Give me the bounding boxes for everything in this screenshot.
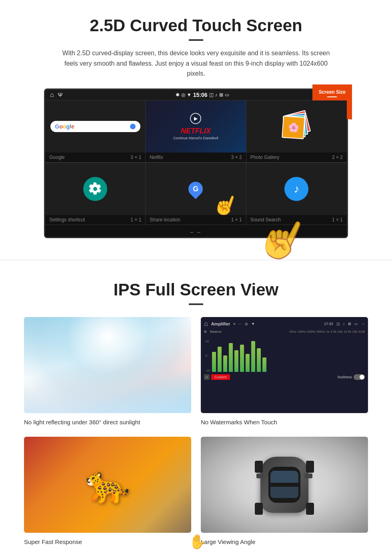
status-bar: ⌂ Ψ ✱ ◎ ▼ 15:06 ◫ ♪ ⊠ ▭ [45, 90, 347, 100]
car-top-view [248, 445, 320, 525]
section-divider-line [0, 260, 392, 260]
app-grid-row2: Settings shortcut 1 × 1 G ☝ [45, 163, 347, 225]
google-name: Google [49, 155, 65, 160]
photo-stack: 🌸 [282, 112, 310, 141]
google-size: 3 × 1 [130, 155, 141, 160]
ips-title-divider [189, 303, 203, 305]
device-screen: ⌂ Ψ ✱ ◎ ▼ 15:06 ◫ ♪ ⊠ ▭ [44, 88, 348, 238]
google-app-label: Google 3 × 1 [45, 153, 145, 162]
feature-grid: No light reflecting under 360° direct su… [24, 317, 368, 547]
amp-header: ⌂ Amplifier ≡ ··· ◎ ▼ 17:33 ◫ ♪ ⊠ ▭ → [204, 320, 365, 327]
netflix-size: 3 × 2 [231, 155, 242, 160]
feature-fast-response: 🐆 Super Fast Response [24, 437, 191, 547]
close-icon: ⊠ [219, 92, 223, 98]
sound-search-preview: ♪ [246, 163, 347, 215]
home-icon[interactable]: ⌂ [50, 91, 54, 98]
title-divider [189, 39, 203, 41]
cheetah-image: 🐆 [24, 437, 191, 533]
time-display: 15:06 [193, 92, 208, 98]
settings-icon [83, 177, 107, 201]
status-bar-left: ⌂ Ψ [50, 91, 62, 98]
sky-image [24, 317, 191, 413]
settings-size: 1 × 1 [130, 217, 141, 223]
share-location-name: Share location [150, 217, 180, 223]
cheetah-emoji: 🐆 [85, 464, 130, 506]
sound-search-cell[interactable]: ♪ Sound Search 1 × 1 [246, 163, 347, 225]
no-reflection-label: No light reflecting under 360° direct su… [24, 417, 191, 427]
feature-no-reflection: No light reflecting under 360° direct su… [24, 317, 191, 427]
settings-app-label: Settings shortcut 1 × 1 [45, 215, 145, 225]
photo-gallery-name: Photo Gallery [250, 155, 280, 160]
share-location-label: Share location 1 × 1 [146, 215, 246, 225]
location-icon: ◎ [181, 92, 185, 98]
no-watermarks-label: No Watermarks When Touch [201, 417, 368, 427]
share-location-size: 1 × 1 [231, 217, 242, 223]
google-search-widget[interactable]: Google [50, 121, 140, 132]
photo-gallery-cell[interactable]: 🌸 Photo Gallery 2 × 2 [246, 100, 347, 163]
hand-pointer: ☝ [210, 191, 240, 215]
photo-card-4: 🌸 [282, 116, 305, 139]
device-mockup: Screen Size 9" ⌂ Ψ ✱ ◎ ▼ 15:06 ◫ ♪ ⊠ [44, 88, 348, 238]
netflix-name: Netflix [150, 155, 163, 160]
bluetooth-icon: ✱ [176, 92, 180, 98]
microphone-icon[interactable] [130, 124, 136, 129]
share-location-preview: G ☝ [146, 163, 246, 215]
settings-app-cell[interactable]: Settings shortcut 1 × 1 [45, 163, 146, 225]
music-note-icon: ♪ [284, 177, 308, 201]
sound-search-size: 1 × 1 [332, 217, 343, 223]
google-preview: Google [45, 100, 145, 153]
camera-icon: ◫ [209, 92, 214, 98]
google-app-cell[interactable]: Google Google 3 × 1 [45, 100, 146, 163]
play-button[interactable]: ▶ [190, 113, 201, 124]
maps-icon: G [188, 182, 203, 196]
photo-gallery-size: 2 × 2 [332, 155, 343, 160]
badge-divider [327, 96, 337, 97]
photo-gallery-label: Photo Gallery 2 × 2 [246, 153, 347, 162]
feature-viewing-angle: Large Viewing Angle [201, 437, 368, 547]
car-image [201, 437, 368, 533]
ips-title: IPS Full Screen View [24, 280, 368, 299]
settings-preview [45, 163, 145, 215]
curved-screen-section: 2.5D Curved Touch Screen With 2.5D curve… [0, 0, 392, 252]
badge-label: Screen Size [319, 89, 346, 95]
share-location-cell[interactable]: G ☝ Share location 1 × 1 [146, 163, 246, 225]
google-logo: Google [55, 123, 74, 130]
signal-icon: ▼ [187, 92, 192, 98]
app-grid-row1: Google Google 3 × 1 ▶ [45, 100, 347, 163]
volume-icon: ♪ [215, 92, 218, 98]
netflix-app-label: Netflix 3 × 2 [146, 153, 246, 162]
netflix-subtitle: Continue Marvel's Daredevil [173, 136, 218, 140]
viewing-angle-label: Large Viewing Angle [201, 537, 368, 547]
photo-gallery-preview: 🌸 [246, 100, 347, 153]
amplifier-image: ⌂ Amplifier ≡ ··· ◎ ▼ 17:33 ◫ ♪ ⊠ ▭ → ⊞ … [201, 317, 368, 413]
fast-response-label: Super Fast Response [24, 537, 191, 547]
netflix-app-cell[interactable]: ▶ NETFLIX Continue Marvel's Daredevil Ne… [146, 100, 246, 163]
section-description: With 2.5D curved-display screen, this de… [60, 48, 332, 79]
netflix-preview: ▶ NETFLIX Continue Marvel's Daredevil [146, 100, 246, 153]
netflix-logo: NETFLIX [181, 127, 211, 134]
window-icon: ▭ [225, 92, 229, 98]
settings-name: Settings shortcut [49, 217, 85, 223]
status-bar-center: ✱ ◎ ▼ 15:06 ◫ ♪ ⊠ ▭ [62, 92, 342, 98]
gear-svg [88, 182, 102, 196]
usb-icon: Ψ [58, 92, 63, 98]
page-title: 2.5D Curved Touch Screen [24, 16, 368, 35]
feature-no-watermarks: ⌂ Amplifier ≡ ··· ◎ ▼ 17:33 ◫ ♪ ⊠ ▭ → ⊞ … [201, 317, 368, 427]
ips-screen-section: IPS Full Screen View No light reflecting… [0, 268, 392, 558]
